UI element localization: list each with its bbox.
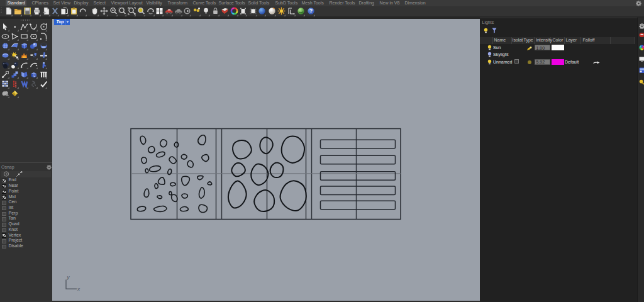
svg-text:x: x [77, 286, 80, 291]
svg-text:y: y [67, 274, 70, 279]
svg-text:?: ? [309, 8, 312, 14]
